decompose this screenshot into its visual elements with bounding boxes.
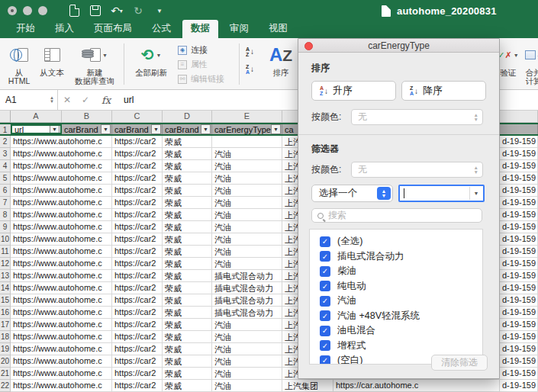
cell-h[interactable]: d-19-159 xyxy=(500,148,538,160)
row-number[interactable]: 22 xyxy=(0,380,11,392)
cell-e[interactable]: 汽油 xyxy=(212,331,282,343)
cell-e[interactable]: 汽油 xyxy=(212,233,282,246)
header-cell-h[interactable] xyxy=(500,124,538,134)
filter-dropdown-icon[interactable]: ▼ xyxy=(151,124,161,134)
tab-home[interactable]: 开始 xyxy=(8,20,43,38)
cell-h[interactable]: d-19-159 xyxy=(500,294,538,307)
checklist-item[interactable]: ✓柴油 xyxy=(320,264,482,279)
checklist-item[interactable]: ✓(全选) xyxy=(320,234,482,249)
cell-h[interactable]: d-19-159 xyxy=(500,368,538,380)
refresh-all-button[interactable]: ⟲▼ 全部刷新 xyxy=(127,40,175,88)
checkbox-checked-icon[interactable]: ✓ xyxy=(320,281,330,291)
cell-c[interactable]: https://car2 xyxy=(112,331,163,343)
checkbox-checked-icon[interactable]: ✓ xyxy=(320,251,330,262)
cell-ab[interactable]: https://www.autohome.c xyxy=(11,307,112,319)
checklist-item[interactable]: ✓汽油 +48V轻混系统 xyxy=(320,309,482,324)
cell-f[interactable]: 上汽集团 xyxy=(282,380,333,392)
cell-h[interactable]: d-19-159 xyxy=(500,343,538,355)
data-validation-button[interactable]: ✓✗▼ 验证 xyxy=(497,40,520,77)
cell-e[interactable]: 插电式混合动力 xyxy=(212,294,282,307)
row-number[interactable]: 21 xyxy=(0,368,11,380)
column-header-b[interactable]: B xyxy=(62,111,112,123)
cell-d[interactable]: 荣威 xyxy=(163,282,212,294)
cell-ab[interactable]: https://www.autohome.c xyxy=(11,233,112,246)
cell-ab[interactable]: https://www.autohome.c xyxy=(11,331,112,343)
column-header-c[interactable]: C xyxy=(112,111,163,123)
cell-c[interactable]: https://car2 xyxy=(112,148,163,160)
cell-d[interactable]: 荣威 xyxy=(163,270,212,282)
column-header[interactable] xyxy=(500,111,538,123)
cell-ab[interactable]: https://www.autohome.c xyxy=(11,160,112,172)
select-all-corner[interactable] xyxy=(0,111,11,123)
cell-g[interactable]: https://car.autohome.c xyxy=(333,380,500,392)
cell-h[interactable]: d-19-159 xyxy=(500,136,538,148)
cell-e[interactable]: 汽油 xyxy=(212,185,282,197)
cell-ab[interactable]: https://www.autohome.c xyxy=(11,246,112,258)
cell-e[interactable]: 汽油 xyxy=(212,221,282,233)
column-header-d[interactable]: D xyxy=(163,111,212,123)
cell-d[interactable]: 荣威 xyxy=(163,148,212,160)
cell-h[interactable]: d-19-159 xyxy=(500,246,538,258)
cell-d[interactable]: 荣威 xyxy=(163,294,212,307)
header-cell-d[interactable]: carBrand▼ xyxy=(163,124,212,134)
header-cell-b[interactable]: carBrand▼ xyxy=(62,124,112,134)
row-number[interactable]: 5 xyxy=(0,172,11,185)
cell-c[interactable]: https://car2 xyxy=(112,270,163,282)
cell-e[interactable]: 插电式混合动力 xyxy=(212,270,282,282)
cell-d[interactable]: 荣威 xyxy=(163,380,212,392)
column-header-a[interactable]: A xyxy=(11,111,62,123)
consolidate-button[interactable]: → 合并 计算 xyxy=(522,40,538,85)
cell-e[interactable]: 汽油 xyxy=(212,319,282,331)
cell-e[interactable]: 汽油 xyxy=(212,172,282,185)
undo-icon[interactable]: ↶▾ xyxy=(110,4,124,18)
cell-c[interactable]: https://car2 xyxy=(112,221,163,233)
tab-view[interactable]: 视图 xyxy=(260,20,296,38)
cell-e[interactable]: 插电式混合动力 xyxy=(212,282,282,294)
cell-d[interactable]: 荣威 xyxy=(163,355,212,368)
name-box-stepper-icon[interactable]: ▲▼ xyxy=(50,96,54,104)
cell-d[interactable]: 荣威 xyxy=(163,319,212,331)
row-number[interactable]: 16 xyxy=(0,307,11,319)
cell-ab[interactable]: https://www.autohome.c xyxy=(11,209,112,221)
filter-dropdown-icon[interactable]: ▼ xyxy=(50,124,60,134)
cell-h[interactable]: d-19-159 xyxy=(500,197,538,209)
header-cell-c[interactable]: carBrand▼ xyxy=(112,124,163,134)
cell-h[interactable]: d-19-159 xyxy=(500,258,538,270)
tab-page-layout[interactable]: 页面布局 xyxy=(85,20,140,38)
filter-dropdown-icon[interactable]: ▼ xyxy=(271,124,281,134)
cell-d[interactable]: 荣威 xyxy=(163,343,212,355)
search-input[interactable]: 搜索 xyxy=(311,208,482,223)
row-number[interactable]: 4 xyxy=(0,160,11,172)
row-number[interactable]: 19 xyxy=(0,343,11,355)
sort-button[interactable]: AZ 排序 xyxy=(264,40,298,88)
row-number[interactable]: 15 xyxy=(0,294,11,307)
cell-e[interactable]: 汽油 xyxy=(212,246,282,258)
cell-e[interactable]: 汽油 xyxy=(212,209,282,221)
checklist-item[interactable]: ✓插电式混合动力 xyxy=(320,249,482,265)
connections-button[interactable]: ◈ 连接 xyxy=(178,44,231,56)
tab-insert[interactable]: 插入 xyxy=(47,20,82,38)
cancel-entry-icon[interactable]: ✕ xyxy=(58,95,76,105)
column-header-e[interactable]: E xyxy=(212,111,282,123)
cell-e[interactable] xyxy=(212,136,282,148)
cell-h[interactable]: d-19-159 xyxy=(500,233,538,246)
cell-e[interactable]: 汽油 xyxy=(212,368,282,380)
checkbox-checked-icon[interactable]: ✓ xyxy=(320,266,330,277)
cell-e[interactable]: 汽油 xyxy=(212,343,282,355)
cell-ab[interactable]: https://www.autohome.c xyxy=(11,368,112,380)
checkbox-checked-icon[interactable]: ✓ xyxy=(320,355,330,365)
cell-d[interactable]: 荣威 xyxy=(163,221,212,233)
cell-h[interactable]: d-19-159 xyxy=(500,270,538,282)
cell-c[interactable]: https://car2 xyxy=(112,172,163,185)
checkbox-checked-icon[interactable]: ✓ xyxy=(320,236,330,247)
cell-c[interactable]: https://car2 xyxy=(112,294,163,307)
cell-h[interactable]: d-19-159 xyxy=(500,185,538,197)
cell-e[interactable]: 插电式混合动力 xyxy=(212,307,282,319)
choose-one-dropdown[interactable]: 选择一个 ▲▼ xyxy=(311,185,393,202)
sort-ascending-dialog-button[interactable]: AZ↓ 升序 xyxy=(311,81,396,101)
cell-ab[interactable]: https://www.autohome.c xyxy=(11,343,112,355)
checkbox-checked-icon[interactable]: ✓ xyxy=(320,296,330,307)
cell-c[interactable]: https://car2 xyxy=(112,368,163,380)
cell-c[interactable]: https://car2 xyxy=(112,380,163,392)
cell-e[interactable]: 汽油 xyxy=(212,197,282,209)
